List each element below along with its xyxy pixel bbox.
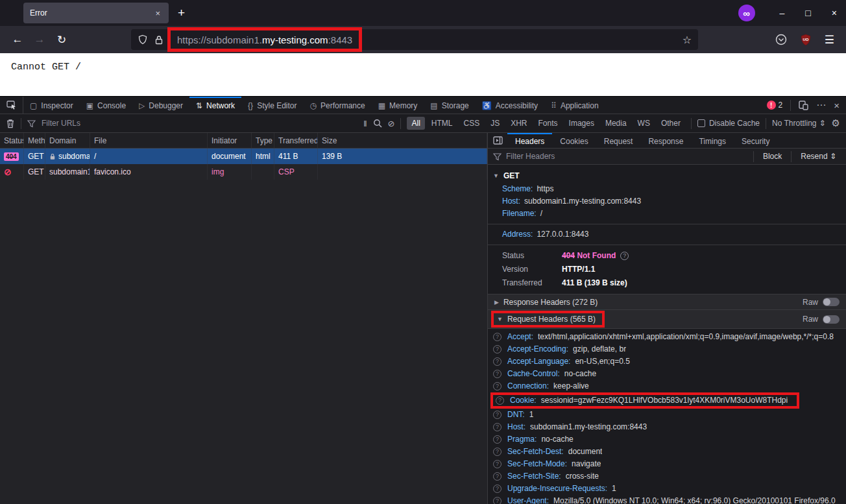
header-row[interactable]: ? Accept text/html,application/xhtml+xml… (488, 331, 846, 343)
column-header[interactable]: File (90, 133, 208, 148)
help-icon[interactable]: ? (620, 252, 629, 260)
filter-pill[interactable]: Images (564, 117, 599, 130)
details-tab[interactable]: Timings (691, 133, 734, 148)
url-bar[interactable]: https://subdomain1.my-testing.com:8443 ☆ (131, 29, 698, 50)
header-row[interactable]: ? Connection keep-alive (488, 380, 846, 392)
request-method-section[interactable]: ▼ GET (488, 167, 846, 183)
header-row[interactable]: ? Sec-Fetch-Dest document (488, 446, 846, 458)
filter-urls-input[interactable] (42, 119, 158, 128)
devtools-close-icon[interactable]: × (834, 100, 840, 111)
devtools-tab[interactable]: {} Style Editor (241, 97, 303, 114)
header-row[interactable]: ? DNT 1 (488, 409, 846, 421)
raw-toggle[interactable] (823, 315, 840, 324)
ublock-extension-icon[interactable]: UO (800, 34, 812, 46)
pause-recording-icon[interactable]: ‖ (363, 119, 367, 128)
reload-button[interactable]: ↻ (51, 30, 73, 49)
details-tab[interactable]: Request (596, 133, 641, 148)
search-icon[interactable] (373, 119, 382, 128)
response-headers-section[interactable]: ▶ Response Headers (272 B) Raw (488, 294, 846, 310)
checkbox-icon[interactable] (697, 119, 705, 127)
filter-pill[interactable]: Media (601, 117, 631, 130)
column-header[interactable]: Status (0, 133, 24, 148)
pick-element-icon[interactable] (0, 97, 23, 114)
filter-pill[interactable]: HTML (427, 117, 457, 130)
minimize-button[interactable]: – (769, 8, 795, 18)
filter-pill[interactable]: Other (657, 117, 685, 130)
column-header[interactable]: Transferred (274, 133, 318, 148)
header-row[interactable]: ? Sec-Fetch-Mode navigate (488, 458, 846, 470)
devtools-tab[interactable]: ⇅ Network (189, 97, 241, 114)
window-close-button[interactable]: × (821, 8, 846, 18)
devtools-tab[interactable]: ◷ Performance (303, 97, 371, 114)
filter-pill[interactable]: XHR (506, 117, 531, 130)
filter-pill[interactable]: JS (486, 117, 504, 130)
block-button[interactable]: Block (758, 152, 786, 161)
split-panel-toggle-icon[interactable] (488, 133, 507, 148)
tab-close-icon[interactable]: × (153, 8, 162, 18)
help-icon[interactable]: ? (493, 460, 502, 468)
filter-pill[interactable]: CSS (459, 117, 484, 130)
devtools-tab[interactable]: ▷ Debugger (132, 97, 189, 114)
request-row-document[interactable]: 404 GET subdomain1… / document html 411 … (0, 149, 487, 164)
help-icon[interactable]: ? (493, 423, 502, 431)
responsive-design-mode-icon[interactable] (799, 101, 808, 110)
filter-headers-input[interactable] (506, 152, 749, 161)
header-row[interactable]: ? Cookie sessionid=gzwFezc9KQ1LHlfVObcb5… (490, 392, 799, 409)
column-header[interactable]: Initiator (208, 133, 252, 148)
column-header[interactable]: Meth… (24, 133, 45, 148)
help-icon[interactable]: ? (493, 382, 502, 390)
details-tab[interactable]: Response (640, 133, 691, 148)
help-icon[interactable]: ? (493, 345, 502, 354)
column-header[interactable]: Type (252, 133, 274, 148)
details-tab[interactable]: Headers (507, 133, 552, 148)
request-row-favicon[interactable]: ⊘ GET subdomain1.my… favicon.ico img CSP (0, 164, 487, 180)
devtools-tab[interactable]: ▤ Storage (424, 97, 475, 114)
devtools-tab[interactable]: ▣ Console (80, 97, 132, 114)
column-header[interactable]: Domain (45, 133, 90, 148)
header-row[interactable]: ? Pragma no-cache (488, 433, 846, 446)
new-tab-button[interactable]: + (178, 6, 185, 20)
maximize-button[interactable]: □ (795, 8, 821, 18)
header-row[interactable]: ? Upgrade-Insecure-Requests 1 (488, 483, 846, 495)
devtools-tab[interactable]: ♿ Accessibility (476, 97, 544, 114)
raw-toggle[interactable] (823, 298, 840, 306)
forward-button[interactable]: → (29, 30, 51, 49)
filter-pill[interactable]: WS (633, 117, 655, 130)
help-icon[interactable]: ? (493, 357, 502, 366)
pocket-icon[interactable] (775, 34, 787, 45)
clear-requests-icon[interactable] (6, 119, 15, 128)
header-row[interactable]: ? Accept-Language en-US,en;q=0.5 (488, 355, 846, 368)
bookmark-star-icon[interactable]: ☆ (683, 34, 692, 46)
request-headers-section[interactable]: ▼ Request Headers (565 B) Raw (488, 310, 846, 329)
disable-cache-checkbox[interactable]: Disable Cache (697, 119, 760, 128)
back-button[interactable]: ← (6, 30, 29, 49)
filter-pill[interactable]: All (407, 117, 424, 130)
filter-pill[interactable]: Fonts (534, 117, 562, 130)
help-icon[interactable]: ? (493, 485, 502, 493)
block-request-icon[interactable]: ⊘ (388, 119, 395, 128)
devtools-tab[interactable]: ⠿ Application (544, 97, 605, 114)
column-header[interactable]: Size (318, 133, 487, 148)
help-icon[interactable]: ? (493, 472, 502, 481)
header-row[interactable]: ? Accept-Encoding gzip, deflate, br (488, 343, 846, 355)
help-icon[interactable]: ? (493, 497, 502, 504)
hamburger-menu-icon[interactable]: ☰ (825, 33, 834, 47)
browser-tab-error[interactable]: Error × (23, 3, 169, 23)
help-icon[interactable]: ? (493, 333, 502, 341)
throttling-dropdown[interactable]: No Throttling ⇕ (772, 119, 826, 128)
details-tab[interactable]: Security (734, 133, 777, 148)
devtools-tab[interactable]: ▦ Memory (372, 97, 424, 114)
shield-icon[interactable] (138, 34, 148, 45)
header-row[interactable]: ? Cache-Control no-cache (488, 368, 846, 380)
help-icon[interactable]: ? (493, 370, 502, 378)
lock-icon[interactable] (154, 35, 163, 45)
help-icon[interactable]: ? (496, 396, 504, 405)
help-icon[interactable]: ? (493, 448, 502, 456)
header-row[interactable]: ? Sec-Fetch-Site cross-site (488, 470, 846, 483)
resend-button[interactable]: Resend ⇕ (796, 152, 841, 161)
details-tab[interactable]: Cookies (552, 133, 596, 148)
header-row[interactable]: ? Host subdomain1.my-testing.com:8443 (488, 421, 846, 433)
network-settings-gear-icon[interactable]: ⚙ (832, 117, 840, 129)
help-icon[interactable]: ? (493, 435, 502, 444)
help-icon[interactable]: ? (493, 411, 502, 419)
